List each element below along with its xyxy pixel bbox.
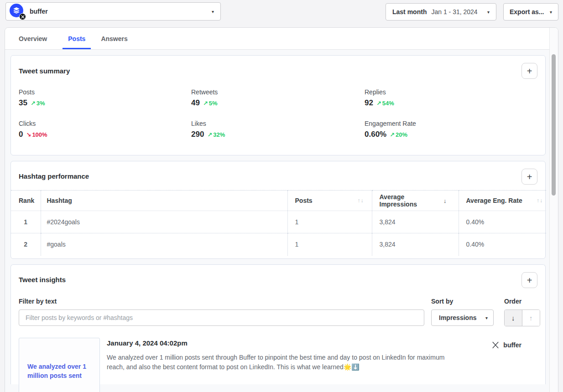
account-selector[interactable]: buffer ▾	[5, 2, 221, 21]
order-label: Order	[504, 298, 540, 305]
tab-bar: Overview Posts Answers	[5, 28, 558, 50]
trend-up-icon: ↗	[390, 131, 395, 138]
filter-input[interactable]	[19, 309, 424, 326]
trend-down-icon: ↘	[26, 131, 31, 138]
metric-clicks: Clicks 0 ↘100%	[19, 120, 191, 145]
chevron-down-icon: ▾	[212, 9, 214, 14]
hashtag-performance-title: Hashtag performance	[11, 172, 545, 180]
panel-content: Tweet summary + Posts 35 ↗3% Retweets 49…	[5, 50, 558, 384]
metric-replies: Replies 92 ↗54%	[365, 88, 537, 113]
x-logo-icon	[492, 341, 499, 349]
tweet-text: We analyzed over 1 million posts sent th…	[107, 353, 449, 372]
trend-badge: ↗5%	[203, 100, 218, 107]
metric-retweets: Retweets 49 ↗5%	[191, 88, 365, 113]
hashtag-table: Rank Hashtag Posts ↑ ↓	[11, 190, 546, 256]
column-header-posts[interactable]: Posts ↑ ↓	[287, 191, 372, 211]
sort-by-value: Impressions	[439, 314, 476, 321]
account-avatar	[10, 4, 25, 19]
hashtag-cell: #goals	[41, 233, 287, 256]
metrics-grid: Posts 35 ↗3% Retweets 49 ↗5% Replies	[19, 88, 537, 145]
column-header-average-eng-rate[interactable]: Average Eng. Rate ↑ ↓	[459, 191, 546, 211]
tweet-account-name: buffer	[503, 341, 521, 349]
chevron-down-icon: ▾	[485, 315, 488, 320]
metric-value: 35	[19, 98, 27, 108]
table-row: 1 #2024goals 1 3,824 0.40%	[11, 211, 546, 233]
tab-answers[interactable]: Answers	[101, 28, 127, 49]
sort-by-dropdown[interactable]: Impressions ▾	[431, 309, 494, 326]
trend-badge: ↗3%	[31, 100, 45, 107]
trend-badge: ↗20%	[390, 131, 407, 138]
date-range-value: Jan 1 - 31, 2024	[431, 8, 477, 15]
top-bar: buffer ▾ Last month Jan 1 - 31, 2024 ▾ E…	[0, 0, 563, 26]
chevron-down-icon: ▾	[550, 10, 552, 15]
sort-by-label: Sort by	[431, 298, 494, 305]
trend-badge: ↗54%	[376, 100, 394, 107]
sort-down-icon: ↓	[540, 197, 542, 204]
trend-badge: ↘100%	[26, 131, 47, 138]
metric-likes: Likes 290 ↗32%	[191, 120, 365, 145]
metric-engagement-rate: Engagement Rate 0.60% ↗20%	[365, 120, 537, 145]
tweet-summary-card: Tweet summary + Posts 35 ↗3% Retweets 49…	[10, 55, 546, 155]
plus-icon: +	[527, 67, 532, 76]
order-descending-button[interactable]: ↓	[505, 310, 522, 326]
chevron-down-icon: ▾	[487, 10, 490, 15]
date-range-picker[interactable]: Last month Jan 1 - 31, 2024 ▾	[386, 3, 496, 21]
plus-icon: +	[527, 276, 532, 285]
scrollbar-thumb[interactable]	[552, 54, 556, 196]
arrow-up-icon: ↑	[529, 314, 533, 322]
insights-filters: Filter by text Sort by Impressions ▾ Ord…	[19, 298, 537, 326]
metric-value: 92	[365, 98, 373, 108]
trend-badge: ↗32%	[207, 131, 225, 138]
arrow-down-icon: ↓	[511, 314, 515, 322]
tweet-link-thumbnail[interactable]: We analyzed over 1 million posts sent	[19, 338, 100, 392]
tweet-insights-card: Tweet insights + Filter by text Sort by …	[10, 264, 546, 384]
metric-value: 290	[191, 130, 204, 139]
table-header-row: Rank Hashtag Posts ↑ ↓	[11, 191, 546, 211]
trend-up-icon: ↗	[203, 100, 208, 107]
tweet-list-item: We analyzed over 1 million posts sent Ja…	[19, 338, 537, 392]
export-button[interactable]: Export as... ▾	[503, 3, 558, 21]
analytics-panel: Overview Posts Answers Tweet summary + P…	[5, 27, 558, 392]
metric-posts: Posts 35 ↗3%	[19, 88, 191, 113]
scrollbar-track[interactable]	[549, 28, 558, 392]
tweet-summary-title: Tweet summary	[19, 67, 537, 75]
thumbnail-link-text: We analyzed over 1 million posts sent	[27, 362, 93, 380]
hashtag-performance-card: Hashtag performance + Rank Hashtag Posts	[10, 161, 546, 259]
add-to-report-button[interactable]: +	[521, 169, 537, 185]
trend-up-icon: ↗	[31, 100, 36, 107]
table-row: 2 #goals 1 3,824 0.40%	[11, 233, 546, 256]
sort-up-icon: ↑	[358, 197, 360, 204]
order-ascending-button[interactable]: ↑	[522, 310, 540, 326]
metric-value: 0	[19, 130, 23, 139]
sort-down-icon: ↓	[361, 197, 364, 204]
tweet-insights-title: Tweet insights	[19, 276, 537, 284]
sort-by-group: Sort by Impressions ▾	[431, 298, 494, 326]
column-header-average-impressions[interactable]: Average Impressions ↓	[372, 191, 459, 211]
tweet-timestamp: January 4, 2024 04:02pm	[107, 339, 449, 347]
column-header-hashtag: Hashtag	[41, 191, 287, 211]
plus-icon: +	[527, 172, 532, 181]
tweet-body: January 4, 2024 04:02pm We analyzed over…	[107, 338, 449, 392]
metric-value: 0.60%	[365, 130, 386, 139]
hashtag-cell: #2024goals	[41, 211, 287, 233]
column-header-rank: Rank	[11, 191, 41, 211]
x-network-badge-icon	[19, 13, 26, 20]
order-group: Order ↓ ↑	[504, 298, 540, 326]
trend-up-icon: ↗	[207, 131, 212, 138]
account-name: buffer	[30, 8, 48, 15]
date-preset-label: Last month	[392, 8, 427, 15]
trend-up-icon: ↗	[376, 100, 381, 107]
sort-down-active-icon: ↓	[443, 197, 447, 204]
export-label: Export as...	[510, 8, 544, 15]
metric-value: 49	[191, 98, 200, 108]
sort-up-icon: ↑	[537, 197, 539, 204]
add-to-report-button[interactable]: +	[521, 272, 537, 288]
add-to-report-button[interactable]: +	[521, 63, 537, 79]
tab-posts[interactable]: Posts	[63, 28, 91, 49]
tweet-account: buffer	[492, 341, 521, 349]
tab-overview[interactable]: Overview	[19, 28, 47, 49]
